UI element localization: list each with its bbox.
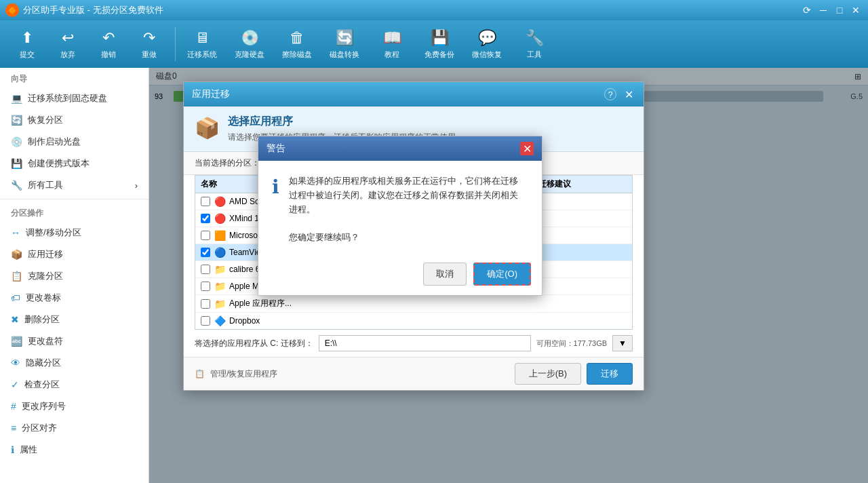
disk-convert-btn[interactable]: 🔄 磁盘转换	[321, 24, 368, 64]
sidebar-item-app-migrate[interactable]: 📦 应用迁移	[0, 244, 149, 265]
clone-disk-btn[interactable]: 💿 克隆硬盘	[226, 24, 273, 64]
app-checkbox-2[interactable]	[201, 214, 210, 223]
all-tools-label: 所有工具	[28, 179, 63, 191]
warning-confirm-btn[interactable]: 确定(O)	[473, 263, 531, 286]
app-checkbox-8[interactable]	[201, 316, 210, 326]
all-tools-arrow-icon: ›	[135, 180, 138, 191]
app-checkbox-1[interactable]	[201, 197, 210, 206]
maximize-btn[interactable]: □	[833, 3, 846, 17]
redo-btn[interactable]: ↷ 重做	[129, 24, 170, 64]
sidebar-item-partition-align[interactable]: ≡ 分区对齐	[0, 417, 149, 439]
sidebar-item-change-label[interactable]: 🏷 更改卷标	[0, 287, 149, 309]
sidebar-item-clone-partition[interactable]: 📋 克隆分区	[0, 265, 149, 287]
migrate-sys-btn[interactable]: 🖥 迁移系统	[178, 24, 226, 64]
wipe-disk-btn[interactable]: 🗑 擦除磁盘	[273, 24, 321, 64]
sidebar-item-boot-disk[interactable]: 💿 制作启动光盘	[0, 131, 149, 153]
free-backup-btn[interactable]: 💾 免费备份	[416, 24, 463, 64]
sidebar-divider	[0, 199, 149, 199]
app-item-7: 📁 Apple 应用程序...	[195, 295, 632, 313]
check-icon: ✓	[11, 379, 19, 390]
toolbar-main-group: 🖥 迁移系统 💿 克隆硬盘 🗑 擦除磁盘 🔄 磁盘转换 📖 教程 💾 免费备份 …	[178, 24, 558, 64]
sidebar-item-adjust-move[interactable]: ↔ 调整/移动分区	[0, 222, 149, 244]
sidebar-item-change-serial[interactable]: # 更改序列号	[0, 395, 149, 417]
migrate-dest-dropdown[interactable]: ▼	[612, 335, 633, 351]
dialog-header-icon: 📦	[195, 116, 220, 140]
migrate-dest: 将选择的应用程序从 C: 迁移到： 可用空间：177.73GB ▼	[184, 330, 644, 357]
adjust-move-label: 调整/移动分区	[26, 227, 81, 239]
close-btn[interactable]: ✕	[849, 3, 863, 17]
delete-partition-label: 删除分区	[24, 313, 60, 326]
dialog-close-btn[interactable]: ✕	[622, 88, 635, 101]
tools-btn[interactable]: 🔧 工具	[511, 24, 558, 64]
boot-disk-icon: 💿	[11, 136, 22, 147]
titlebar-controls: ⟳ ─ □ ✕	[800, 3, 863, 17]
abandon-btn[interactable]: ↩ 放弃	[47, 24, 88, 64]
dialog-titlebar: 应用迁移 ? ✕	[184, 82, 644, 107]
change-serial-icon: #	[11, 401, 16, 412]
prev-btn[interactable]: 上一步(B)	[515, 363, 581, 385]
titlebar-title: 分区助手专业版 - 无损分区免费软件	[23, 4, 800, 16]
migrate-dest-space: 可用空间：177.73GB	[536, 339, 608, 349]
submit-btn[interactable]: ⬆ 提交	[7, 24, 47, 64]
toolbar-divider1	[175, 27, 176, 61]
wechat-restore-label: 微信恢复	[472, 50, 502, 60]
dialog-header-title: 选择应用程序	[228, 115, 464, 129]
app-checkbox-6[interactable]	[201, 282, 210, 291]
app-checkbox-7[interactable]	[201, 299, 210, 309]
clone-disk-label: 克隆硬盘	[235, 50, 264, 60]
sidebar-item-check[interactable]: ✓ 检查分区	[0, 374, 149, 395]
app-migrate-icon: 📦	[11, 249, 22, 260]
refresh-btn[interactable]: ⟳	[800, 3, 814, 17]
free-backup-icon: 💾	[431, 29, 449, 47]
wechat-restore-icon: 💬	[478, 29, 496, 47]
hide-label: 隐藏分区	[26, 357, 61, 369]
titlebar: 🔶 分区助手专业版 - 无损分区免费软件 ⟳ ─ □ ✕	[0, 0, 868, 20]
minimize-btn[interactable]: ─	[816, 3, 830, 17]
submit-label: 提交	[20, 50, 35, 60]
migrate-dest-input[interactable]	[319, 335, 531, 351]
restore-icon: 🔄	[11, 115, 22, 125]
properties-label: 属性	[20, 444, 37, 456]
warning-cancel-btn[interactable]: 取消	[423, 263, 467, 286]
undo-btn[interactable]: ↶ 撤销	[88, 24, 129, 64]
warning-titlebar: 警告 ✕	[258, 136, 542, 161]
app-name-8: Dropbox	[229, 316, 524, 326]
footer-left-label: 管理/恢复应用程序	[210, 368, 277, 380]
app-icon-2: 🔴	[214, 213, 225, 224]
clone-partition-label: 克隆分区	[28, 270, 63, 282]
portable-icon: 💾	[11, 158, 22, 169]
abandon-label: 放弃	[60, 50, 75, 60]
warning-close-btn[interactable]: ✕	[520, 142, 534, 155]
properties-icon: ℹ	[11, 444, 14, 455]
partition-section-title: 分区操作	[0, 202, 149, 222]
sidebar-item-portable[interactable]: 💾 创建便携式版本	[0, 153, 149, 174]
warning-content: ℹ 如果选择的应用程序或相关服务正在运行中，它们将在迁移 过程中被迫行关闭。建议…	[258, 161, 542, 256]
sidebar-item-delete-partition[interactable]: ✖ 删除分区	[0, 309, 149, 330]
guide-section-title: 向导	[0, 68, 149, 88]
partition-align-label: 分区对齐	[22, 422, 57, 434]
migrate-sys-label: 迁移系统	[187, 50, 217, 60]
wechat-restore-btn[interactable]: 💬 微信恢复	[463, 24, 511, 64]
tutorial-btn[interactable]: 📖 教程	[368, 24, 416, 64]
delete-partition-icon: ✖	[11, 314, 19, 325]
change-serial-label: 更改序列号	[22, 400, 66, 412]
partition-align-icon: ≡	[11, 423, 16, 433]
app-checkbox-3[interactable]	[201, 231, 210, 240]
undo-icon: ↶	[102, 29, 115, 47]
dialog-title: 应用迁移	[192, 88, 230, 100]
sidebar-item-hide[interactable]: 👁 隐藏分区	[0, 352, 149, 374]
app-checkbox-4[interactable]	[201, 248, 210, 257]
sidebar-item-restore[interactable]: 🔄 恢复分区	[0, 109, 149, 131]
warning-info-icon: ℹ	[272, 176, 279, 245]
sidebar-item-all-tools[interactable]: 🔧 所有工具 ›	[0, 174, 149, 196]
dialog-help-btn[interactable]: ?	[604, 88, 616, 100]
sidebar-item-migrate-ssd[interactable]: 💻 迁移系统到固态硬盘	[0, 88, 149, 109]
sidebar-item-properties[interactable]: ℹ 属性	[0, 439, 149, 461]
migrate-ssd-icon: 💻	[11, 93, 22, 104]
dialog-footer-left: 📋 管理/恢复应用程序	[195, 368, 277, 380]
migrate-btn[interactable]: 迁移	[587, 363, 633, 385]
sidebar-item-change-drive[interactable]: 🔤 更改盘符	[0, 330, 149, 352]
boot-disk-label: 制作启动光盘	[28, 136, 81, 148]
app-checkbox-5[interactable]	[201, 265, 210, 274]
app-icon: 🔶	[5, 3, 19, 17]
